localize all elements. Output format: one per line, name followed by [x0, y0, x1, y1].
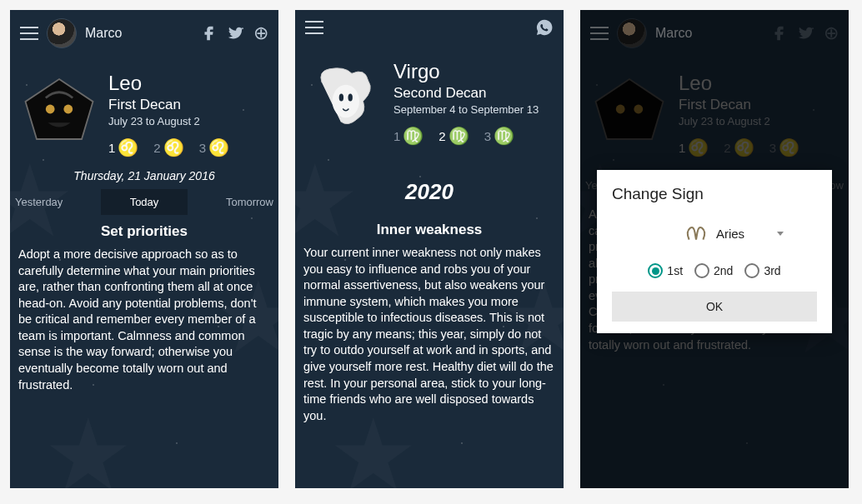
decan-name: Second Decan	[393, 85, 539, 102]
svg-point-5	[348, 94, 353, 102]
date-line: Thursday, 21 January 2016	[10, 164, 278, 189]
selected-sign-label: Aries	[716, 227, 744, 241]
whatsapp-icon[interactable]	[535, 18, 554, 37]
screen-virgo-yearly: ★ ★ ★ Virgo Second Decan September 4 to …	[295, 10, 564, 488]
tab-tomorrow[interactable]: Tomorrow	[188, 189, 278, 215]
menu-icon[interactable]	[20, 27, 38, 40]
decan-2[interactable]: 2♌	[153, 137, 183, 157]
sign-dropdown[interactable]: Aries	[612, 223, 817, 243]
decan-1[interactable]: 1♌	[108, 137, 138, 157]
svg-point-4	[339, 94, 343, 102]
twitter-icon[interactable]	[227, 24, 245, 42]
tab-today[interactable]: Today	[101, 189, 187, 215]
sign-header: Leo First Decan July 23 to August 2 1♌ 2…	[10, 57, 278, 164]
radio-3rd[interactable]: 3rd	[744, 263, 780, 278]
add-icon[interactable]: ⊕	[253, 24, 268, 42]
facebook-icon[interactable]	[200, 24, 218, 42]
avatar[interactable]	[47, 18, 77, 48]
decan-3[interactable]: 3♌	[199, 137, 229, 157]
sign-info: Virgo Second Decan September 4 to Septem…	[393, 60, 539, 146]
dialog-title: Change Sign	[612, 185, 817, 203]
svg-marker-0	[26, 79, 93, 139]
screen-leo-daily: ★ ★ ★ Marco ⊕ Leo First Decan July 2	[10, 10, 278, 488]
svg-point-3	[333, 85, 359, 118]
horoscope-body: Adopt a more decisive approach so as to …	[10, 247, 278, 403]
date-range: September 4 to September 13	[393, 103, 539, 116]
top-bar: Marco ⊕	[10, 10, 278, 57]
decan-selector: 1♍ 2♍ 3♍	[393, 126, 539, 146]
sign-info: Leo First Decan July 23 to August 2 1♌ 2…	[108, 72, 229, 157]
year-label: 2020	[295, 152, 564, 213]
horoscope-title: Inner weakness	[295, 213, 564, 245]
change-sign-dialog: Change Sign Aries 1st 2nd 3rd OK	[597, 170, 832, 333]
day-tabs: Yesterday Today Tomorrow	[10, 189, 278, 215]
horoscope-body: Your current inner weakness not only mak…	[295, 245, 564, 434]
aries-icon	[684, 223, 708, 243]
svg-point-2	[63, 105, 73, 114]
sign-header: Virgo Second Decan September 4 to Septem…	[295, 45, 564, 152]
decan-radio-group: 1st 2nd 3rd	[612, 263, 817, 278]
top-bar	[295, 10, 564, 45]
menu-icon[interactable]	[305, 21, 323, 34]
sign-name: Virgo	[393, 60, 539, 83]
decan-3[interactable]: 3♍	[484, 126, 514, 146]
screen-change-sign-dialog: ★ ★ Marco ⊕ Leo First Decan July 23 to A…	[580, 10, 849, 488]
decan-selector: 1♌ 2♌ 3♌	[108, 137, 229, 157]
ok-button[interactable]: OK	[612, 292, 817, 322]
radio-1st[interactable]: 1st	[648, 263, 683, 278]
chevron-down-icon	[777, 232, 784, 236]
sign-name: Leo	[108, 72, 229, 95]
username: Marco	[85, 26, 122, 41]
svg-point-1	[46, 105, 55, 114]
virgo-illustration	[307, 60, 382, 135]
tab-yesterday[interactable]: Yesterday	[10, 189, 101, 215]
leo-illustration	[22, 72, 97, 147]
decan-name: First Decan	[108, 97, 229, 113]
decan-2[interactable]: 2♍	[439, 126, 469, 146]
radio-2nd[interactable]: 2nd	[694, 263, 733, 278]
date-range: July 23 to August 2	[108, 115, 229, 127]
decan-1[interactable]: 1♍	[393, 126, 423, 146]
horoscope-title: Set priorities	[10, 215, 278, 247]
